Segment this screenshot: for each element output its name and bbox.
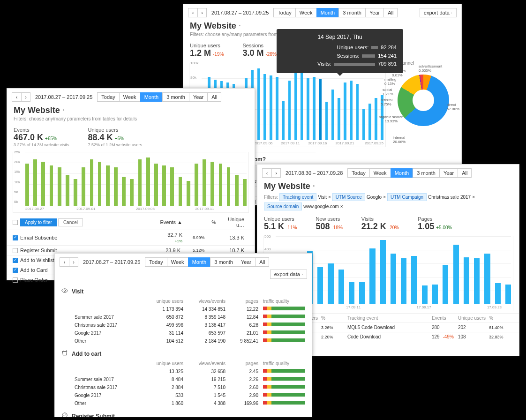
bar[interactable]: [146, 158, 150, 206]
period-week[interactable]: Week: [369, 168, 391, 178]
period-3month[interactable]: 3 month: [210, 257, 237, 267]
period-today[interactable]: Today: [347, 168, 369, 178]
checkbox[interactable]: [13, 258, 18, 263]
date-range[interactable]: 2017.08.27 – 2017.09.25: [33, 94, 94, 100]
bar[interactable]: [282, 101, 284, 140]
bar[interactable]: [484, 254, 490, 304]
bar[interactable]: [328, 263, 333, 304]
bar[interactable]: [58, 167, 61, 206]
bar[interactable]: [325, 102, 328, 141]
bar[interactable]: [432, 285, 438, 304]
table-row[interactable]: Email Subscribe 32.7 K +1% 6.99% 13.3 K: [7, 230, 255, 245]
table-row[interactable]: Google 20175331 5452.90: [55, 391, 312, 399]
bar[interactable]: [338, 98, 340, 140]
bar[interactable]: [359, 282, 365, 304]
bar[interactable]: [362, 109, 365, 141]
checkbox[interactable]: [13, 248, 18, 253]
bar[interactable]: [369, 248, 375, 304]
section-title[interactable]: Register Submit: [55, 407, 312, 417]
period-month[interactable]: Month: [188, 257, 210, 267]
bar[interactable]: [106, 165, 110, 206]
chip-remove[interactable]: ×: [472, 195, 475, 200]
chip-remove[interactable]: ×: [328, 195, 331, 200]
apply-filter-button[interactable]: Apply to filter: [20, 218, 57, 226]
table-row[interactable]: Google 201731 114653 59721.01: [55, 329, 312, 337]
bar[interactable]: [90, 159, 94, 206]
period-3month[interactable]: 3 month: [162, 92, 189, 102]
bar[interactable]: [319, 79, 322, 141]
bar[interactable]: [474, 258, 480, 304]
bar[interactable]: [270, 75, 272, 140]
bar[interactable]: [331, 90, 334, 140]
bar[interactable]: [350, 81, 353, 141]
chip-remove[interactable]: ×: [340, 204, 343, 209]
bar[interactable]: [195, 164, 198, 206]
next-button[interactable]: ›: [271, 168, 281, 178]
date-range[interactable]: 2017.08.27 – 2017.09.25: [210, 10, 271, 15]
chip[interactable]: Tracking event: [279, 193, 316, 201]
prev-button[interactable]: ‹: [60, 257, 69, 267]
next-button[interactable]: ›: [197, 8, 207, 17]
bar[interactable]: [380, 240, 386, 304]
period-month[interactable]: Month: [316, 8, 339, 17]
period-today[interactable]: Today: [273, 8, 295, 17]
bar[interactable]: [170, 167, 174, 206]
date-range[interactable]: 2017.08.30 – 2017.09.28: [284, 170, 345, 176]
bar[interactable]: [227, 167, 231, 206]
table-row[interactable]: Summer sale 20178 48419 2152.26: [55, 375, 312, 383]
bar[interactable]: [203, 159, 206, 206]
period-all[interactable]: All: [255, 257, 269, 267]
date-range[interactable]: 2017.08.27 – 2017.09.25: [81, 259, 142, 265]
period-year[interactable]: Year: [439, 168, 458, 178]
bar[interactable]: [453, 245, 459, 304]
bar[interactable]: [162, 165, 166, 206]
next-button[interactable]: ›: [21, 92, 30, 102]
bar[interactable]: [317, 267, 323, 304]
donut-chart[interactable]: [398, 75, 449, 126]
chip[interactable]: UTM Campaign: [387, 193, 427, 201]
table-row[interactable]: Other104 5122 184 1909 852.41: [55, 337, 312, 345]
checkbox-all[interactable]: [13, 220, 18, 225]
bar[interactable]: [122, 177, 126, 206]
bar[interactable]: [375, 98, 377, 140]
bar[interactable]: [356, 84, 359, 140]
bar[interactable]: [391, 254, 396, 304]
period-year[interactable]: Year: [365, 8, 383, 17]
bar[interactable]: [33, 159, 37, 206]
bar[interactable]: [243, 179, 247, 206]
bar[interactable]: [138, 159, 142, 206]
bar[interactable]: [82, 167, 85, 206]
period-week[interactable]: Week: [167, 257, 188, 267]
bar[interactable]: [210, 162, 214, 206]
bar[interactable]: [130, 179, 134, 206]
bar[interactable]: [368, 104, 371, 140]
chip-remove[interactable]: ×: [383, 195, 386, 200]
period-all[interactable]: All: [207, 92, 221, 102]
bar[interactable]: [179, 177, 182, 206]
period-3month[interactable]: 3 month: [413, 168, 439, 178]
bar[interactable]: [257, 68, 260, 140]
period-week[interactable]: Week: [119, 92, 140, 102]
prev-button[interactable]: ‹: [12, 92, 21, 102]
bar[interactable]: [114, 167, 118, 206]
bar[interactable]: [276, 77, 278, 140]
bar[interactable]: [443, 265, 448, 304]
bar[interactable]: [74, 179, 77, 206]
period-week[interactable]: Week: [295, 8, 316, 17]
period-month[interactable]: Month: [391, 168, 413, 178]
section-title[interactable]: Visit: [55, 283, 312, 297]
bar[interactable]: [294, 73, 297, 140]
period-3month[interactable]: 3 month: [338, 8, 365, 17]
chip[interactable]: UTM Source: [332, 193, 365, 201]
bar[interactable]: [98, 162, 102, 206]
bar[interactable]: [301, 70, 303, 140]
period-all[interactable]: All: [383, 8, 398, 17]
table-row[interactable]: Other1 8604 388169.96: [55, 399, 312, 407]
period-today[interactable]: Today: [145, 257, 166, 267]
prev-button[interactable]: ‹: [262, 168, 271, 178]
checkbox[interactable]: [13, 268, 18, 273]
export-button[interactable]: export data ·: [270, 270, 307, 279]
bar[interactable]: [187, 181, 190, 206]
bar[interactable]: [154, 164, 158, 206]
bar[interactable]: [344, 82, 346, 140]
